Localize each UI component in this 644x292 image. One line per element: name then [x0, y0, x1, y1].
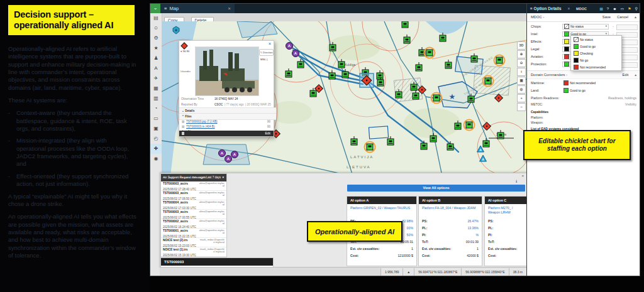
asr-message-row[interactable]: TST000003_av.irsalina@openfire.mylocal20… [161, 210, 226, 219]
edit-button[interactable]: Edit [265, 131, 270, 136]
comment-input[interactable] [616, 24, 638, 30]
zoom-window-icon[interactable]: ⊕ [517, 50, 526, 58]
asr-message-row[interactable]: NOICE test (2).irsmark_mdoc@openfire.myl… [161, 238, 226, 247]
favorites-icon-sidebar[interactable]: ★ [150, 43, 162, 53]
hamburger-icon: ≡ [530, 6, 533, 11]
close-icon[interactable]: × [567, 6, 570, 11]
staff-row-label: Chops: [531, 23, 541, 30]
apps-grid-icon[interactable]: ▦ [599, 7, 603, 11]
bell-icon[interactable]: ⚑ [628, 7, 631, 11]
menu-item-not-recommended[interactable]: Not recommended [571, 63, 621, 70]
friendly-unit-symbol[interactable] [402, 21, 408, 28]
center-icon-sidebar[interactable]: ✚ [150, 144, 162, 154]
chevron-menu-button[interactable]: ⌄ [150, 4, 160, 13]
message-line1: TST000004_av.irsalina@openfire.mylocal [163, 201, 225, 207]
menu-item-label: No go [580, 58, 588, 62]
layers-icon-sidebar[interactable]: ▤ [150, 13, 162, 23]
chat-icon-sidebar[interactable]: ☺ [150, 23, 162, 33]
north-arrow-icon[interactable]: ▲ [402, 268, 414, 276]
air-asset-symbol[interactable]: A [225, 156, 232, 163]
platform-link[interactable]: Platform:M270_ / Weapon:LRHW [485, 204, 528, 218]
asr-message-row[interactable]: TST000001_av.irsalina@openfire.mylocal20… [161, 229, 226, 238]
card-metric-row: PL:13.36% [419, 225, 482, 232]
alphabet-icon-sidebar[interactable]: A [150, 63, 162, 73]
air-asset-symbol[interactable]: A [286, 43, 293, 50]
close-icon[interactable]: × [521, 174, 524, 178]
air-icon-sidebar[interactable]: ✈ [150, 73, 162, 84]
tab-map[interactable]: ≡ Map × [160, 4, 235, 13]
zoom-out-icon[interactable]: ⊖ [517, 59, 526, 67]
asr-message-row[interactable]: TST000003_av.irsalina@openfire.mylocal20… [161, 191, 226, 200]
status-chip-icon [564, 24, 569, 29]
3d-toggle[interactable]: 3D [517, 41, 526, 50]
collapse-icon[interactable]: ▴ [635, 13, 636, 21]
menu-item-no-status[interactable]: No status [571, 36, 621, 43]
message-line1: TST000003_av.irsalina@openfire.mylocal [163, 182, 225, 188]
svg-text:A: A [288, 44, 291, 48]
message-name: TST000003_av.irs [163, 210, 188, 216]
option-details-header: ≡ Option Details × MDOC ▦?☻▭⚑⚲ [527, 4, 640, 13]
grid-icon-sidebar[interactable]: ▦ [150, 84, 162, 94]
camera-icon-sidebar[interactable]: ▣ [150, 124, 162, 134]
direction-button[interactable]: ✎ Direction [259, 49, 274, 56]
date-filter-dropdown[interactable]: Last 7 days ▼ [206, 174, 225, 181]
history-icon-sidebar[interactable]: ◔ [150, 104, 162, 114]
info-row-label: Weapon: [531, 121, 543, 124]
map-scale-value: 1:956,789 [380, 268, 402, 276]
platform-link[interactable]: Platform:GRIPEN_02 / Weapon:TAURUS [347, 204, 416, 218]
video-icon-sidebar[interactable]: ▭ [150, 114, 162, 124]
selected-target-symbol[interactable] [360, 73, 374, 87]
settings-icon-sidebar[interactable]: ⚙ [150, 33, 162, 43]
metric-value: 82.98% [402, 218, 413, 225]
hostile-symbol-icon [181, 43, 186, 48]
menu-item-no-go[interactable]: No go [571, 57, 621, 63]
menu-item-checking[interactable]: Checking [571, 50, 621, 57]
asr-message-row[interactable]: NOICE test (1).irsmark_mdoc@openfire.myl… [161, 247, 226, 257]
air-asset-symbol[interactable]: A [231, 151, 238, 158]
status-chip-icon [574, 37, 579, 42]
asr-message-row[interactable]: TST000004_av.irsalina@openfire.mylocal20… [161, 200, 226, 210]
threat-name-label: Iskander [180, 70, 191, 73]
cancel-button[interactable]: Cancel [617, 13, 628, 21]
help-icon[interactable]: ? [607, 7, 609, 11]
globe-icon-sidebar[interactable]: ◉ [150, 154, 162, 164]
card-metric-row: Est. civ casualties:1 [419, 246, 482, 252]
observation-time-row: Observation Time 16 0740Q MAY 24 [179, 96, 274, 102]
close-icon[interactable]: × [269, 41, 271, 46]
message-name: NOICE test (2).irs [163, 239, 187, 244]
info-icon[interactable]: i [517, 68, 526, 76]
tab-option-details[interactable]: Option Details [534, 6, 562, 11]
message-name: TST000003_av.irs [163, 192, 188, 197]
air-asset-symbol[interactable]: A [292, 50, 299, 57]
message-line1: TST000003_av.irsalina@openfire.mylocal [163, 210, 225, 216]
info-icon[interactable]: ℹ [516, 174, 517, 185]
info-row-value: Readiness, holdings [608, 95, 636, 101]
screens-icon[interactable]: ▭ [621, 7, 625, 11]
list-icon-sidebar[interactable]: ▥ [150, 94, 162, 104]
ai-option-card-c[interactable]: AI option CPlatform:M270_ / Weapon:LRHWP… [484, 196, 528, 266]
slide-body: Operationally-aligned AI refers to artif… [8, 45, 136, 264]
user-icon[interactable]: ☻ [613, 7, 616, 11]
view-all-options-button[interactable]: View All options [347, 185, 525, 192]
time-icon-sidebar[interactable]: ◴ [150, 134, 162, 144]
save-button[interactable]: Save [602, 13, 611, 21]
search-icon[interactable]: ⚲ [635, 7, 638, 11]
collapse-icon[interactable]: ▴ [635, 71, 636, 78]
zoom-in-button[interactable]: + [517, 94, 526, 102]
edit-button[interactable]: Edit [623, 71, 629, 78]
asr-message-row[interactable]: TST000002_av.irsalina@openfire.mylocal20… [161, 219, 226, 229]
eye-icon[interactable]: ◎ [517, 85, 526, 94]
status-dropdown[interactable]: No status▾ [562, 24, 609, 30]
asr-message-row[interactable]: TST000003_av.irsalina@openfire.mylocal20… [161, 181, 226, 191]
menu-item-label: No status [580, 38, 593, 41]
units-icon-sidebar[interactable]: ♟ [150, 53, 162, 63]
zoom-out-button[interactable]: − [517, 103, 526, 111]
card-title: AI option A [347, 197, 416, 204]
menu-item-good-to-go[interactable]: Good to go [571, 43, 621, 50]
measure-icon[interactable]: ▣ [517, 77, 526, 85]
close-icon[interactable]: × [228, 4, 231, 13]
air-asset-symbol[interactable]: A [219, 150, 226, 157]
platform-link[interactable]: Platform:FA-18_004 / Weapon:JDAM [419, 204, 482, 218]
ai-option-card-b[interactable]: AI option BPlatform:FA-18_004 / Weapon:J… [418, 196, 482, 266]
status-value: No status [570, 23, 606, 30]
